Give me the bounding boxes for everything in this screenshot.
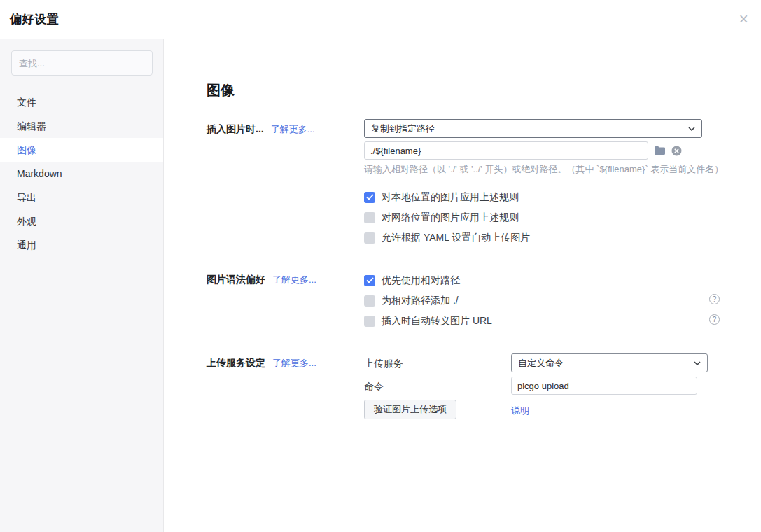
- sidebar-item-appearance[interactable]: 外观: [0, 209, 163, 233]
- sidebar-item-editor[interactable]: 编辑器: [0, 114, 163, 138]
- dialog-header: 偏好设置 ×: [0, 0, 761, 38]
- clear-icon[interactable]: [671, 146, 682, 156]
- command-input[interactable]: [511, 377, 697, 395]
- checkbox-icon[interactable]: [364, 212, 375, 223]
- checkbox-icon[interactable]: [364, 232, 375, 244]
- section-title: 插入图片时...: [207, 123, 264, 136]
- learn-more-link[interactable]: 了解更多...: [271, 123, 315, 136]
- settings-panel: 图像 插入图片时... 了解更多... 复制到指定路径 请输入相对路径（以 '.…: [165, 39, 761, 532]
- upload-service-select[interactable]: 自定义命令: [511, 354, 708, 372]
- section-insert-image: 插入图片时... 了解更多...: [207, 123, 315, 136]
- help-icon[interactable]: ?: [709, 294, 720, 304]
- image-path-row: [364, 141, 682, 160]
- sidebar-item-markdown[interactable]: Markdown: [0, 162, 163, 186]
- sidebar: 文件 编辑器 图像 Markdown 导出 外观 通用: [0, 39, 164, 532]
- insert-checkboxes: 对本地位置的图片应用上述规则 对网络位置的图片应用上述规则 允许根据 YAML …: [364, 187, 530, 248]
- checkbox-yaml-upload[interactable]: 允许根据 YAML 设置自动上传图片: [364, 227, 530, 248]
- checkbox-icon[interactable]: [364, 192, 375, 203]
- checkbox-icon[interactable]: [364, 275, 375, 286]
- checkbox-icon[interactable]: [364, 295, 375, 307]
- syntax-checkboxes: 优先使用相对路径 为相对路径添加 ./ 插入时自动转义图片 URL: [364, 270, 492, 331]
- command-label: 命令: [364, 381, 384, 393]
- chevron-down-icon: [694, 361, 701, 365]
- close-icon[interactable]: ×: [739, 11, 748, 27]
- sidebar-item-image[interactable]: 图像: [0, 138, 163, 162]
- panel-title: 图像: [207, 81, 235, 100]
- dialog-title: 偏好设置: [10, 11, 59, 27]
- upload-help-link[interactable]: 说明: [511, 405, 529, 417]
- learn-more-link[interactable]: 了解更多...: [272, 274, 316, 286]
- section-image-syntax: 图片语法偏好 了解更多...: [207, 274, 316, 286]
- help-icon[interactable]: ?: [709, 314, 720, 325]
- checkbox-local-images[interactable]: 对本地位置的图片应用上述规则: [364, 187, 530, 207]
- sidebar-item-file[interactable]: 文件: [0, 90, 163, 114]
- upload-service-label: 上传服务: [364, 358, 403, 370]
- folder-icon[interactable]: [654, 146, 666, 155]
- checkbox-network-images[interactable]: 对网络位置的图片应用上述规则: [364, 207, 530, 227]
- section-upload-service: 上传服务设定 了解更多...: [207, 357, 316, 370]
- checkbox-prefer-relative-path[interactable]: 优先使用相对路径: [364, 270, 492, 290]
- sidebar-item-export[interactable]: 导出: [0, 186, 163, 209]
- search-input[interactable]: [11, 50, 153, 76]
- sidebar-item-general[interactable]: 通用: [0, 233, 163, 257]
- checkbox-add-dot-slash[interactable]: 为相对路径添加 ./: [364, 290, 492, 311]
- validate-upload-button[interactable]: 验证图片上传选项: [364, 400, 456, 419]
- chevron-down-icon: [688, 127, 695, 131]
- section-title: 上传服务设定: [207, 357, 265, 370]
- section-title: 图片语法偏好: [207, 274, 265, 286]
- insert-action-select[interactable]: 复制到指定路径: [364, 119, 702, 138]
- checkbox-icon[interactable]: [364, 316, 375, 327]
- checkbox-escape-image-url[interactable]: 插入时自动转义图片 URL: [364, 311, 492, 331]
- image-path-input[interactable]: [364, 141, 648, 160]
- path-hint: 请输入相对路径（以 './' 或 '../' 开头）或绝对路径。（其中 `${f…: [364, 163, 723, 176]
- sidebar-nav: 文件 编辑器 图像 Markdown 导出 外观 通用: [0, 90, 163, 257]
- learn-more-link[interactable]: 了解更多...: [272, 357, 316, 370]
